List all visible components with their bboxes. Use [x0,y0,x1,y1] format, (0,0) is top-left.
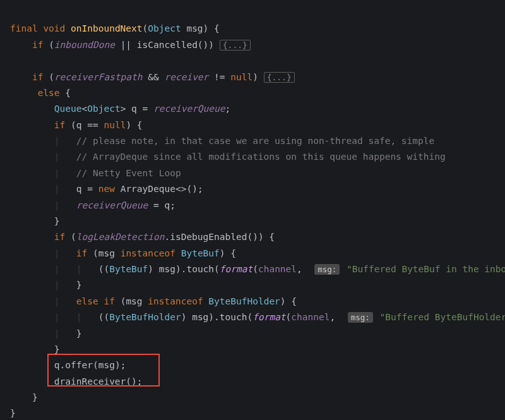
line-14: | if (msg instanceof ByteBuf) { [10,248,236,258]
keyword-final: final [10,23,38,33]
fold-marker[interactable]: {...} [264,72,295,83]
line-23: } [10,392,38,402]
param-hint: msg: [314,264,340,275]
param-type: Object [148,23,181,33]
comment: // ArrayDeque since all modifications on… [76,152,446,162]
line-3: if (receiverFastpath && receiver != null… [10,72,295,82]
keyword-void: void [43,23,65,33]
line-5: Queue<Object> q = receiverQueue; [10,104,230,114]
line-11: | receiverQueue = q; [10,200,175,210]
line-20: } [10,344,60,354]
line-24: } [10,408,16,418]
line-4: else { [10,88,71,98]
line-22: drainReceiver(); [10,376,143,387]
line-16: | } [10,280,82,290]
line-10: | q = new ArrayDeque<>(); [10,184,203,194]
line-12: } [10,216,60,226]
fold-marker[interactable]: {...} [220,40,251,51]
string-literal: "Buffered ByteBuf in the inbo [347,264,505,274]
line-6: if (q == null) { [10,120,143,130]
comment: // Netty Event Loop [76,168,181,178]
line-9: | // Netty Event Loop [10,168,181,178]
param-name: msg [186,23,203,33]
line-13: if (logLeakDetection.isDebugEnabled()) { [10,232,275,242]
line-17: | else if (msg instanceof ByteBufHolder)… [10,296,297,306]
code-block: final void onInboundNext(Object msg) { i… [0,5,505,420]
line-2: if (inboundDone || isCancelled()) {...} [10,40,251,50]
comment: // please note, in that case we are usin… [76,136,434,146]
method-name: onInboundNext [71,23,143,33]
line-7: | // please note, in that case we are us… [10,136,434,146]
line-18: | | ((ByteBufHolder) msg).touch(format(c… [10,312,505,322]
line-21: q.offer(msg); [10,360,126,370]
string-literal: "Buffered ByteBufHolder [380,312,506,322]
line-8: | // ArrayDeque since all modifications … [10,152,446,162]
line-19: | } [10,328,82,339]
param-hint: msg: [348,312,373,323]
line-15: | | ((ByteBuf) msg).touch(format(channel… [10,264,505,274]
line-1: final void onInboundNext(Object msg) { [10,23,220,33]
